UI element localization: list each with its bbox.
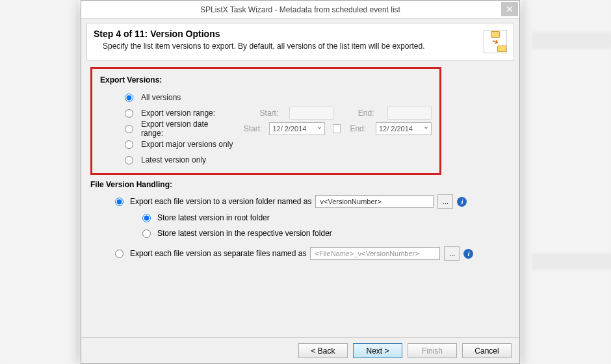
label-version-range: Export version range: — [141, 109, 248, 118]
dialog-title: SPListX Task Wizard - Metadata from sche… — [200, 5, 400, 14]
label-latest-only: Latest version only — [141, 155, 206, 164]
file-version-legend: File Version Handling: — [90, 180, 510, 189]
input-date-end[interactable] — [376, 122, 432, 135]
radio-version-range[interactable] — [125, 109, 133, 118]
wizard-folder-icon: ➜ — [484, 30, 507, 53]
back-button[interactable]: < Back — [298, 343, 348, 358]
label-major-only: Export major versions only — [141, 140, 233, 149]
close-button[interactable]: ✕ — [501, 2, 518, 16]
label-store-root: Store latest version in root folder — [157, 213, 270, 222]
radio-all-versions[interactable] — [125, 94, 133, 102]
input-range-end[interactable] — [387, 107, 432, 120]
browse-folder-pattern-button[interactable]: ... — [437, 194, 453, 209]
radio-latest-only[interactable] — [125, 156, 133, 164]
radio-export-to-folder[interactable] — [115, 198, 124, 206]
label-date-end: End: — [350, 124, 370, 133]
titlebar: SPListX Task Wizard - Metadata from sche… — [81, 1, 519, 19]
task-wizard-dialog: SPListX Task Wizard - Metadata from sche… — [81, 0, 520, 364]
radio-date-range[interactable] — [125, 125, 133, 133]
step-description: Specify the list item versions to export… — [103, 42, 507, 51]
wizard-step-header: Step 4 of 11: Version Options Specify th… — [86, 23, 514, 60]
wizard-button-bar: < Back Next > Finish Cancel — [81, 337, 519, 363]
cancel-button[interactable]: Cancel — [462, 343, 512, 358]
label-export-as-files: Export each file version as separate fil… — [130, 249, 306, 258]
label-range-start: Start: — [260, 109, 284, 118]
input-range-start[interactable] — [289, 107, 333, 120]
step-heading: Step 4 of 11: Version Options — [94, 29, 507, 39]
input-files-pattern[interactable] — [310, 247, 440, 260]
input-date-start[interactable] — [269, 122, 325, 135]
radio-store-respective[interactable] — [142, 229, 151, 238]
radio-export-as-files[interactable] — [115, 250, 124, 258]
export-versions-group: Export Versions: All versions Export ver… — [90, 67, 441, 175]
info-icon[interactable]: i — [463, 249, 473, 259]
close-icon: ✕ — [506, 4, 514, 14]
radio-major-only[interactable] — [125, 140, 133, 149]
finish-button[interactable]: Finish — [408, 343, 457, 358]
label-export-to-folder: Export each file version to a version fo… — [130, 197, 311, 206]
info-icon[interactable]: i — [457, 197, 467, 207]
file-version-handling-group: File Version Handling: Export each file … — [90, 180, 510, 262]
export-versions-legend: Export Versions: — [100, 75, 432, 84]
radio-store-root[interactable] — [142, 214, 151, 222]
label-range-end: End: — [358, 109, 382, 118]
next-button[interactable]: Next > — [353, 343, 402, 358]
label-store-respective: Store latest version in the respective v… — [157, 229, 332, 238]
date-range-checkbox[interactable] — [333, 124, 341, 133]
label-all-versions: All versions — [141, 93, 181, 102]
input-folder-pattern[interactable] — [315, 195, 434, 208]
browse-files-pattern-button[interactable]: ... — [444, 246, 460, 261]
label-date-start: Start: — [244, 124, 265, 133]
label-date-range: Export version date range: — [141, 120, 232, 138]
